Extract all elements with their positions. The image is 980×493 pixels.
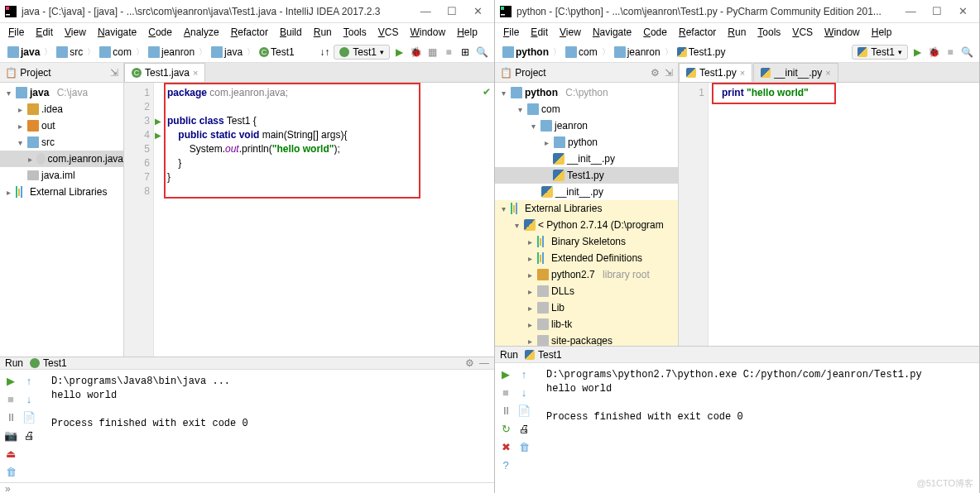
crumb-java[interactable]: java — [5, 45, 42, 59]
crumb-com[interactable]: com — [563, 45, 600, 59]
help-button[interactable]: ? — [498, 457, 513, 472]
close-button[interactable]: ✕ — [466, 5, 489, 17]
crumb-com[interactable]: com — [97, 45, 134, 59]
collapse-icon[interactable]: ⇲ — [665, 67, 673, 79]
tab-close-icon[interactable]: × — [825, 68, 830, 78]
tree-idea[interactable]: ▸.idea — [0, 101, 123, 117]
minimize-button[interactable]: — — [899, 5, 922, 17]
menu-edit[interactable]: Edit — [31, 25, 58, 40]
close-button[interactable]: ✕ — [951, 5, 974, 17]
structure-button[interactable]: ⊞ — [458, 45, 473, 60]
maximize-button[interactable]: ☐ — [440, 5, 464, 17]
menu-navigate[interactable]: Navigate — [93, 25, 142, 40]
down-button[interactable]: ↓ — [516, 385, 531, 400]
debug-button[interactable]: 🐞 — [408, 45, 423, 60]
crumb-src[interactable]: src — [54, 45, 85, 59]
print-button[interactable]: 🖨 — [516, 421, 531, 436]
run-config-selector[interactable]: Test1 ▾ — [334, 45, 390, 60]
tab-test1-py[interactable]: Test1.py× — [679, 63, 752, 82]
tree-iml[interactable]: java.iml — [0, 167, 123, 184]
run-button[interactable]: ▶ — [910, 45, 925, 60]
run-button[interactable]: ▶ — [392, 45, 406, 60]
tree-com[interactable]: ▾com — [495, 101, 678, 117]
tree-root[interactable]: ▾python C:\python — [495, 84, 678, 101]
tree-test1[interactable]: Test1.py — [495, 167, 678, 184]
gutter-run-icon[interactable]: ▶ — [155, 114, 161, 128]
exit-button[interactable]: ⏏ — [3, 446, 18, 461]
menu-navigate[interactable]: Navigate — [588, 25, 637, 40]
print-button[interactable]: 🖨 — [22, 428, 36, 443]
gear-icon[interactable]: ⚙ — [651, 67, 660, 79]
menu-help[interactable]: Help — [867, 25, 897, 40]
tree-src[interactable]: ▾src — [0, 134, 123, 151]
crumb-jeanron[interactable]: jeanron — [612, 45, 663, 59]
tree-python[interactable]: ▸python — [495, 134, 678, 151]
crumb-jeanron[interactable]: jeanron — [146, 45, 197, 59]
menu-run[interactable]: Run — [309, 25, 337, 40]
stop-run-button[interactable]: ■ — [498, 385, 513, 400]
tab-test1-java[interactable]: CTest1.java× — [124, 63, 205, 82]
tree-dlls[interactable]: ▸DLLs — [495, 283, 678, 299]
menu-run[interactable]: Run — [723, 25, 751, 40]
menu-file[interactable]: File — [3, 25, 29, 40]
search-button[interactable]: 🔍 — [474, 45, 489, 60]
debug-button[interactable]: 🐞 — [926, 45, 941, 60]
tree-init1[interactable]: __init__.py — [495, 151, 678, 167]
console-output[interactable]: D:\programs\Java8\bin\java ... hello wor… — [45, 370, 494, 482]
stop-run-button[interactable]: ■ — [3, 391, 18, 406]
code-body[interactable]: package com.jeanron.java; public class T… — [154, 83, 494, 357]
crumb-java2[interactable]: java — [209, 45, 245, 59]
settings-icon[interactable]: ⚙ — [465, 357, 474, 369]
tab-close-icon[interactable]: × — [740, 68, 745, 78]
stop-button[interactable]: ■ — [441, 45, 456, 60]
tree-libtk[interactable]: ▸lib-tk — [495, 316, 678, 333]
trash-button[interactable]: 🗑 — [516, 439, 531, 454]
code-body[interactable]: print "hello world" — [709, 83, 979, 346]
search-button[interactable]: 🔍 — [959, 45, 974, 60]
tree-python27[interactable]: ▸python2.7 library root — [495, 266, 678, 283]
menu-tools[interactable]: Tools — [752, 25, 785, 40]
rerun-button[interactable]: ▶ — [498, 366, 513, 381]
menu-tools[interactable]: Tools — [339, 25, 372, 40]
menu-vcs[interactable]: VCS — [373, 25, 404, 40]
tree-ext-libs[interactable]: ▾External Libraries — [495, 200, 678, 217]
tree-binary-skeletons[interactable]: ▸Binary Skeletons — [495, 233, 678, 250]
stop-button[interactable]: ■ — [943, 45, 958, 60]
menu-vcs[interactable]: VCS — [787, 25, 818, 40]
tree-package[interactable]: ▸com.jeanron.java — [0, 151, 123, 167]
tree-ext-def[interactable]: ▸Extended Definitions — [495, 250, 678, 266]
tab-close-icon[interactable]: × — [193, 68, 198, 78]
menu-window[interactable]: Window — [405, 25, 450, 40]
menu-edit[interactable]: Edit — [526, 25, 553, 40]
tree-out[interactable]: ▸out — [0, 117, 123, 134]
tree-jeanron[interactable]: ▾jeanron — [495, 117, 678, 134]
menu-help[interactable]: Help — [452, 25, 483, 40]
rerun-button[interactable]: ▶ — [3, 373, 18, 388]
collapse-icon[interactable]: ⇲ — [110, 67, 118, 79]
menu-view[interactable]: View — [555, 25, 586, 40]
close-run-button[interactable]: ✖ — [498, 439, 513, 454]
crumb-file[interactable]: Test1.py — [675, 45, 728, 59]
down-nav-icon[interactable]: ↓↑ — [317, 45, 332, 60]
restart-button[interactable]: ↻ — [498, 421, 513, 436]
menu-window[interactable]: Window — [819, 25, 865, 40]
menu-refactor[interactable]: Refactor — [226, 25, 273, 40]
menu-code[interactable]: Code — [143, 25, 177, 40]
trash-button[interactable]: 🗑 — [3, 464, 18, 479]
crumb-python[interactable]: python — [500, 45, 551, 59]
tree-init2[interactable]: __init__.py — [495, 184, 678, 200]
tree-lib[interactable]: ▸Lib — [495, 299, 678, 316]
up-button[interactable]: ↑ — [516, 366, 531, 381]
pause-button[interactable]: ⏸ — [3, 409, 18, 424]
crumb-class[interactable]: CTest1 — [257, 45, 297, 59]
run-config-selector[interactable]: Test1 ▾ — [852, 45, 908, 60]
tab-init-py[interactable]: __init__.py× — [753, 63, 838, 82]
tree-root[interactable]: ▾java C:\java — [0, 84, 123, 101]
menu-code[interactable]: Code — [638, 25, 672, 40]
wrap-button[interactable]: 📄 — [516, 403, 531, 418]
minimize-button[interactable]: — — [414, 5, 437, 17]
tree-site-packages[interactable]: ▸site-packages — [495, 333, 678, 346]
gutter-run-icon[interactable]: ▶ — [155, 128, 161, 142]
pause-button[interactable]: ⏸ — [498, 403, 513, 418]
menu-analyze[interactable]: Analyze — [179, 25, 224, 40]
